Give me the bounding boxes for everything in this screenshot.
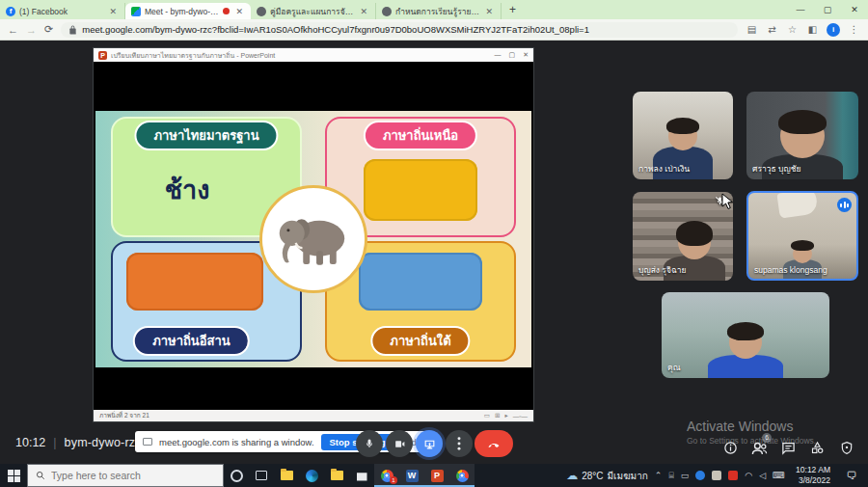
browser-menu-icon[interactable]: ⋮ — [848, 23, 860, 36]
volume-tray-icon[interactable]: ◁ — [759, 471, 766, 480]
lock-icon — [68, 24, 77, 35]
tab-teacher-manual[interactable]: คู่มือครูและแผนการจัดการเรียนรู้_ภาษ... … — [251, 3, 376, 19]
new-tab-button[interactable]: + — [502, 3, 526, 19]
microsoft-store-button[interactable] — [349, 464, 374, 487]
standard-thai-word: ช้าง — [113, 169, 261, 210]
facebook-favicon-icon: f — [6, 7, 15, 16]
search-input[interactable] — [51, 470, 205, 481]
store-icon — [357, 471, 367, 481]
keyboard-language-icon[interactable]: ⌨ — [773, 471, 785, 480]
task-view-button[interactable] — [249, 464, 274, 487]
doc-favicon-icon — [257, 7, 266, 16]
more-options-button[interactable] — [446, 430, 473, 457]
chat-icon — [781, 441, 796, 455]
forward-button[interactable]: → — [26, 24, 37, 36]
profile-avatar[interactable]: i — [827, 23, 840, 37]
zoom-slider[interactable]: —▫— — [513, 413, 528, 419]
taskbar-clock[interactable]: 10:12 AM 3/8/2022 — [792, 465, 834, 485]
cortana-button[interactable] — [224, 464, 249, 487]
chrome-notify-button[interactable]: 1 — [374, 464, 399, 487]
cast-icon[interactable]: ▤ — [746, 23, 758, 36]
host-controls-button[interactable] — [838, 440, 854, 456]
tab-facebook[interactable]: f (1) Facebook ✕ — [0, 3, 125, 19]
minimize-button[interactable]: — — [787, 0, 814, 19]
tab-close-icon[interactable]: ✕ — [358, 7, 369, 16]
address-bar[interactable]: meet.google.com/bym-dywo-rzc?fbclid=IwAR… — [61, 22, 738, 38]
present-screen-button[interactable] — [416, 430, 443, 457]
notes-button[interactable]: ▭ — [484, 412, 490, 419]
extensions-icon[interactable]: ◧ — [806, 23, 819, 36]
antivirus-tray-icon[interactable] — [728, 471, 738, 480]
start-button[interactable] — [0, 470, 27, 482]
chat-button[interactable] — [780, 440, 797, 456]
powerpoint-button[interactable]: P — [424, 464, 449, 487]
weather-desc: มีเมฆมาก — [608, 469, 648, 483]
maximize-button[interactable]: ▢ — [814, 0, 841, 19]
self-view-tile[interactable]: คุณ — [662, 292, 829, 378]
windows-taskbar: 1 W P ☁ 28°C มีเมฆมาก ⌃ ⌸ ▭ ◠ ◁ ⌨ 10:12 … — [0, 464, 868, 487]
reload-button[interactable]: ⟳ — [44, 23, 53, 36]
activities-icon — [810, 441, 825, 455]
tab-meet[interactable]: Meet - bym-dywo-rzc ✕ — [125, 3, 251, 19]
network-tray-icon[interactable]: ◠ — [745, 471, 752, 480]
action-center-icon[interactable]: 🗨 — [841, 470, 862, 481]
windows-logo-icon — [8, 470, 20, 482]
tab-close-icon[interactable]: ✕ — [107, 7, 119, 16]
edge-button[interactable] — [299, 464, 324, 487]
tray-expand-chevron[interactable]: ⌃ — [655, 471, 663, 480]
display-tray-icon[interactable]: ⌸ — [668, 471, 673, 481]
camera-icon — [393, 438, 406, 450]
slide-canvas: ภาษาไทยมาตรฐาน ช้าง ภาษาถิ่นเหนือ ภาษาถิ… — [95, 111, 531, 367]
activities-button[interactable] — [809, 440, 826, 456]
back-button[interactable]: ← — [8, 24, 18, 36]
file-explorer-button[interactable] — [274, 464, 299, 487]
participant-tile-2[interactable]: ศราวุธ บุญชัย — [746, 92, 858, 179]
weather-widget[interactable]: ☁ 28°C มีเมฆมาก — [566, 469, 648, 483]
taskbar-search[interactable] — [27, 464, 224, 487]
end-call-button[interactable] — [475, 430, 513, 457]
powerpoint-icon: P — [98, 51, 107, 60]
folder-pinned-button[interactable] — [324, 464, 349, 487]
edge-icon — [306, 470, 318, 482]
onedrive-tray-icon[interactable] — [695, 471, 705, 480]
participant-tile-4-speaking[interactable]: supamas klongsang — [746, 191, 858, 281]
tab-close-icon[interactable]: ✕ — [233, 7, 245, 16]
participants-button[interactable]: 6 — [751, 440, 768, 456]
weather-temp: 28°C — [582, 471, 603, 481]
translate-icon[interactable]: ⇄ — [766, 23, 778, 36]
word-button[interactable]: W — [399, 464, 424, 487]
camera-toggle-button[interactable] — [386, 430, 413, 457]
shared-presentation-window[interactable]: P เปรียบเทียบภาษาไทยมาตรฐานกับภาษาถิ่น -… — [94, 48, 533, 421]
tab-schedule[interactable]: กำหนดการเรียนรู้รายชั่วโมง-030722... ✕ — [376, 3, 502, 19]
tab-title: Meet - bym-dywo-rzc — [145, 7, 219, 16]
participant-tile-3[interactable]: บุญส่ง รุจิฉาย — [633, 192, 733, 281]
ppt-titlebar: P เปรียบเทียบภาษาไทยมาตรฐานกับภาษาถิ่น -… — [94, 48, 533, 62]
close-button[interactable]: ✕ — [841, 0, 868, 19]
shield-icon — [840, 441, 854, 455]
participant-video — [783, 244, 822, 281]
chrome-button[interactable] — [449, 464, 475, 487]
battery-tray-icon[interactable]: ▭ — [681, 471, 690, 480]
divider: | — [53, 436, 56, 449]
clock-time: 10:12 AM — [796, 465, 830, 475]
participant-tile-1[interactable]: กาพลง เป่าเงิน — [633, 92, 733, 179]
ppt-view-controls: ▭ ⊞ ▸ —▫— — [484, 412, 528, 419]
info-icon — [723, 441, 738, 455]
ppt-maximize-button[interactable]: ▢ — [509, 51, 516, 59]
people-icon — [751, 441, 768, 455]
browser-window-controls: — ▢ ✕ — [787, 0, 868, 19]
normal-view-icon[interactable]: ⊞ — [495, 412, 500, 419]
folder-icon — [331, 471, 343, 480]
app-tray-icon[interactable] — [712, 471, 721, 480]
slideshow-view-icon[interactable]: ▸ — [504, 412, 507, 419]
ppt-close-button[interactable]: ✕ — [523, 51, 529, 59]
meeting-details-button[interactable] — [722, 440, 739, 456]
bookmark-star-icon[interactable]: ☆ — [786, 23, 799, 36]
media-indicator-icon — [223, 8, 230, 14]
ppt-minimize-button[interactable]: — — [495, 51, 502, 59]
tab-close-icon[interactable]: ✕ — [483, 7, 495, 16]
meet-favicon-icon — [131, 7, 141, 16]
mic-toggle-button[interactable] — [356, 430, 383, 457]
tab-title: กำหนดการเรียนรู้รายชั่วโมง-030722... — [395, 5, 479, 18]
isan-dialect-label: ภาษาถิ่นอีสาน — [133, 326, 249, 356]
